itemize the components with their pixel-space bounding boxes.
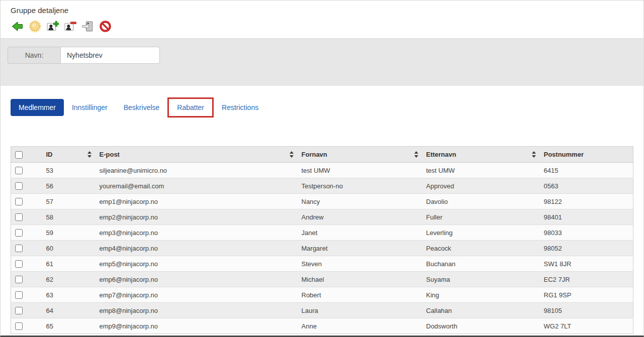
row-select-cell <box>11 194 42 209</box>
group-name-section: Navn: <box>1 38 643 86</box>
cell-id: 53 <box>42 163 96 178</box>
column-header-fornavn[interactable]: Fornavn <box>298 147 422 163</box>
badge-button[interactable] <box>28 20 41 33</box>
cell-email: emp4@ninjacorp.no <box>96 241 298 256</box>
table-row: 64 emp8@ninjacorp.no Laura Callahan 9810… <box>11 303 633 318</box>
members-table-container: ID E-post Fornavn Etternavn <box>11 146 633 334</box>
table-row: 56 youremail@email.com Testperson-no App… <box>11 178 633 194</box>
cell-email: emp1@ninjacorp.no <box>96 194 298 209</box>
cell-id: 56 <box>42 178 96 194</box>
add-user-icon <box>46 20 59 33</box>
cell-last-name: Approved <box>422 178 540 194</box>
cell-postal-code: 98105 <box>540 303 633 318</box>
row-select-cell <box>11 256 42 272</box>
row-select-cell <box>11 287 42 303</box>
sort-icon[interactable] <box>414 151 418 158</box>
cell-first-name: Margaret <box>298 241 422 256</box>
table-row: 58 emp2@ninjacorp.no Andrew Fuller 98401 <box>11 209 633 225</box>
table-row: 59 emp3@ninjacorp.no Janet Leverling 980… <box>11 225 633 241</box>
cell-postal-code: WG2 7LT <box>540 318 633 334</box>
tab-innstillinger[interactable]: Innstillinger <box>64 99 116 116</box>
cell-postal-code: 98033 <box>540 225 633 241</box>
column-header-epost[interactable]: E-post <box>96 147 298 163</box>
cell-last-name: Davolio <box>422 194 540 209</box>
members-table: ID E-post Fornavn Etternavn <box>11 146 633 334</box>
cell-first-name: Nancy <box>298 194 422 209</box>
cell-postal-code: 98122 <box>540 194 633 209</box>
cell-first-name: test UMW <box>298 163 422 178</box>
cell-email: youremail@email.com <box>96 178 298 194</box>
remove-member-button[interactable] <box>63 20 76 33</box>
cell-postal-code: 0563 <box>540 178 633 194</box>
group-details-window: Gruppe detaljene <box>0 0 644 337</box>
row-checkbox[interactable] <box>15 229 23 237</box>
cell-first-name: Laura <box>298 303 422 318</box>
cell-email: emp3@ninjacorp.no <box>96 225 298 241</box>
name-input-group: Navn: <box>8 47 643 64</box>
select-all-checkbox[interactable] <box>15 151 23 159</box>
cell-first-name: Robert <box>298 287 422 303</box>
cell-email: emp6@ninjacorp.no <box>96 272 298 287</box>
table-row: 63 emp7@ninjacorp.no Robert King RG1 9SP <box>11 287 633 303</box>
row-checkbox[interactable] <box>15 213 23 221</box>
toolbar <box>11 20 633 38</box>
row-checkbox[interactable] <box>15 245 23 252</box>
cell-id: 62 <box>42 272 96 287</box>
row-checkbox[interactable] <box>15 260 23 268</box>
cell-id: 58 <box>42 209 96 225</box>
column-header-id[interactable]: ID <box>42 147 96 163</box>
row-checkbox[interactable] <box>15 322 23 330</box>
tab-beskrivelse[interactable]: Beskrivelse <box>116 99 168 116</box>
content-area: Medlemmer Innstillinger Beskrivelse Raba… <box>1 86 643 334</box>
row-checkbox[interactable] <box>15 291 23 299</box>
sort-icon[interactable] <box>532 151 536 158</box>
annotation-highlight-rabatter: Rabatter <box>167 97 214 118</box>
row-select-cell <box>11 272 42 287</box>
column-header-postnummer[interactable]: Postnummer <box>540 147 633 163</box>
tab-restrictions[interactable]: Restrictions <box>214 99 266 116</box>
row-checkbox[interactable] <box>15 182 23 190</box>
cell-last-name: Callahan <box>422 303 540 318</box>
table-row: 61 emp5@ninjacorp.no Steven Buchanan SW1… <box>11 256 633 272</box>
table-row: 65 emp9@ninjacorp.no Anne Dodsworth WG2 … <box>11 318 633 334</box>
cell-first-name: Michael <box>298 272 422 287</box>
name-input[interactable] <box>60 47 160 64</box>
yellow-sun-icon <box>29 20 41 33</box>
tab-medlemmer[interactable]: Medlemmer <box>11 99 64 116</box>
column-header-etternavn[interactable]: Etternavn <box>422 147 540 163</box>
row-checkbox[interactable] <box>15 307 23 314</box>
table-row: 57 emp1@ninjacorp.no Nancy Davolio 98122 <box>11 194 633 209</box>
cell-postal-code: EC2 7JR <box>540 272 633 287</box>
row-checkbox[interactable] <box>15 276 23 283</box>
sort-icon[interactable] <box>87 151 91 158</box>
row-select-cell <box>11 209 42 225</box>
sort-icon[interactable] <box>290 151 294 158</box>
row-checkbox[interactable] <box>15 198 23 205</box>
green-left-arrow-icon <box>11 20 24 33</box>
table-row: 60 emp4@ninjacorp.no Margaret Peacock 98… <box>11 241 633 256</box>
row-select-cell <box>11 318 42 334</box>
tab-rabatter[interactable]: Rabatter <box>169 99 212 116</box>
cell-id: 63 <box>42 287 96 303</box>
cell-first-name: Janet <box>298 225 422 241</box>
cell-id: 65 <box>42 318 96 334</box>
cell-last-name: Leverling <box>422 225 540 241</box>
remove-user-icon <box>64 20 76 33</box>
cell-last-name: Fuller <box>422 209 540 225</box>
row-checkbox[interactable] <box>15 167 23 174</box>
cell-postal-code: RG1 9SP <box>540 287 633 303</box>
add-member-button[interactable] <box>46 20 59 33</box>
tab-bar: Medlemmer Innstillinger Beskrivelse Raba… <box>11 97 633 118</box>
row-select-cell <box>11 163 42 178</box>
page-header: Gruppe detaljene <box>1 1 643 38</box>
cell-email: emp2@ninjacorp.no <box>96 209 298 225</box>
export-button[interactable] <box>81 20 94 33</box>
cell-postal-code: 6415 <box>540 163 633 178</box>
row-select-cell <box>11 241 42 256</box>
cell-postal-code: 98401 <box>540 209 633 225</box>
cell-id: 60 <box>42 241 96 256</box>
cell-id: 57 <box>42 194 96 209</box>
table-header-row: ID E-post Fornavn Etternavn <box>11 147 633 163</box>
block-button[interactable] <box>99 20 112 33</box>
back-button[interactable] <box>11 20 24 33</box>
